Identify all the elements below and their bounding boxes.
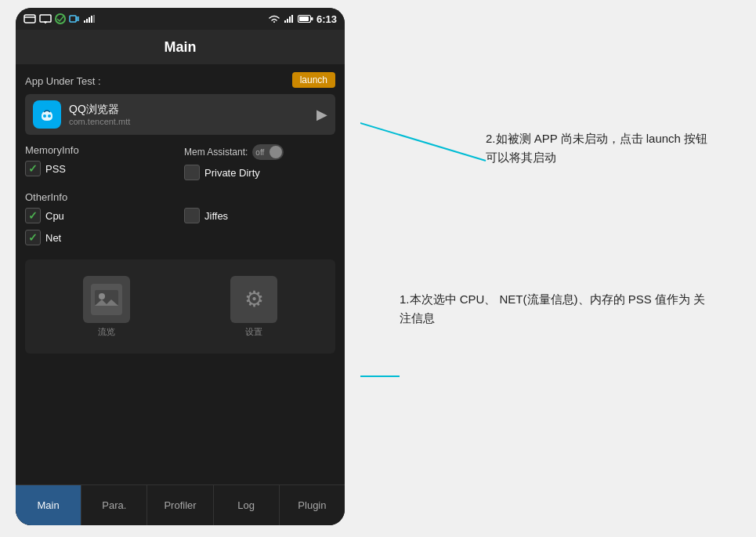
private-dirty-row: Private Dirty [184,165,335,180]
other-info-label: OtherInfo [25,191,335,203]
mem-assistant-row: Mem Assistant: off [184,144,335,160]
nav-para-label: Para. [102,499,126,511]
qq-browser-icon [35,103,59,126]
svg-point-23 [43,114,46,118]
settings-label: 设置 [230,326,277,338]
status-icons-left [24,13,96,24]
cpu-net-col: ✓ Cpu ✓ Net [25,208,176,252]
app-row[interactable]: QQ浏览器 com.tencent.mtt ▶ [25,94,335,135]
bottom-nav: Main Para. Profiler Log Plugin [16,484,345,525]
net-row: ✓ Net [25,230,176,245]
browser-status-icon [24,14,36,24]
status-bar: 6:13 [16,8,345,30]
annotation-2-text: 2.如被测 APP 尚未启动，点击 launch 按钮 可以将其启动 [486,129,721,167]
nav-log[interactable]: Log [214,485,280,525]
nav-main[interactable]: Main [16,485,81,525]
memory-info-label: MemoryInfo [25,144,176,156]
cpu-checkbox[interactable]: ✓ [25,208,41,223]
cpu-check-icon: ✓ [28,209,38,222]
net-check-icon: ✓ [28,231,38,244]
private-dirty-label: Private Dirty [204,167,260,179]
svg-point-5 [56,14,65,24]
nav-para[interactable]: Para. [81,485,147,525]
annotation-2: 2.如被测 APP 尚未启动，点击 launch 按钮 可以将其启动 [486,129,721,167]
svg-rect-18 [291,15,293,23]
other-info-rows: ✓ Cpu ✓ Net Jiffes [25,208,335,252]
svg-rect-21 [299,16,309,21]
svg-rect-10 [84,20,85,23]
cpu-label: Cpu [45,210,64,222]
app-icon [33,100,61,129]
svg-rect-17 [289,16,291,23]
signal-icon [284,14,295,24]
nav-plugin[interactable]: Plugin [280,485,345,525]
nav-main-label: Main [38,499,60,511]
nav-profiler[interactable]: Profiler [147,485,213,525]
other-info-section: OtherInfo ✓ Cpu ✓ Net [25,191,335,252]
svg-rect-20 [311,17,313,20]
battery-icon [298,14,313,24]
status-time: 6:13 [317,13,337,25]
toggle-knob [269,146,282,158]
app-under-test-section: App Under Test : launch [25,74,335,88]
mem-assistant-toggle[interactable]: off [252,144,284,160]
svg-rect-0 [24,15,35,23]
memory-section: MemoryInfo ✓ PSS Mem Assistant: off [25,144,335,187]
app-name: QQ浏览器 [69,103,317,117]
photo-label: 流览 [83,326,130,338]
svg-rect-13 [91,16,92,23]
bars-status-icon [83,14,96,24]
app-package: com.tencent.mtt [69,117,317,126]
svg-rect-16 [287,19,288,23]
annotation-2-content: 如被测 APP 尚未启动，点击 launch 按钮 可以将其启动 [486,132,707,164]
jiffes-row: Jiffes [184,208,335,223]
nav-profiler-label: Profiler [164,499,196,511]
photo-thumbnail [83,276,130,323]
annotation-1-number: 1. [400,292,410,306]
svg-rect-12 [89,17,90,23]
private-dirty-checkbox[interactable] [184,165,200,180]
pss-label: PSS [45,163,66,175]
pss-checkbox[interactable]: ✓ [25,161,41,176]
circle-status-icon [55,13,66,24]
thumb-col-2: ⚙ 设置 [230,276,277,338]
callout-line-2 [360,114,486,161]
gear-icon: ⚙ [244,286,264,312]
annotation-1: 1.本次选中 CPU、 NET(流量信息)、内存的 PSS 值作为 关注信息 [400,290,713,328]
svg-rect-15 [284,20,286,23]
mem-assistant-label: Mem Assistant: [184,147,248,158]
svg-rect-11 [86,19,88,23]
svg-rect-6 [70,16,76,22]
screen-status-icon [39,14,52,24]
nav-plugin-label: Plugin [298,499,326,511]
callout-lines [360,8,744,525]
settings-thumbnail: ⚙ [230,276,277,323]
tag-status-icon [69,13,80,24]
callout-line-1 [360,314,400,376]
app-arrow-icon: ▶ [317,106,327,123]
thumb-col-1: 流览 [83,276,130,338]
svg-point-27 [99,293,105,299]
net-checkbox[interactable]: ✓ [25,230,41,245]
memory-info-col: MemoryInfo ✓ PSS [25,144,176,187]
net-label: Net [45,232,61,244]
photo-icon [91,284,122,315]
svg-point-24 [48,114,51,118]
annotation-2-number: 2. [486,132,496,145]
jiffes-label: Jiffes [204,210,228,222]
title-bar: Main [16,30,345,64]
status-right: 6:13 [268,13,337,25]
annotation-1-content: 本次选中 CPU、 NET(流量信息)、内存的 PSS 值作为 关注信息 [400,292,705,325]
jiffes-col: Jiffes [184,208,335,252]
svg-rect-14 [93,15,95,23]
phone-frame: 6:13 Main App Under Test : launch [16,8,345,525]
app-under-test-label: App Under Test : [25,75,101,87]
annotation-1-text: 1.本次选中 CPU、 NET(流量信息)、内存的 PSS 值作为 关注信息 [400,290,713,328]
jiffes-checkbox[interactable] [184,208,200,223]
launch-button[interactable]: launch [292,72,335,88]
mem-assistant-col: Mem Assistant: off Private Dirty [184,144,335,187]
annotation-area: 2.如被测 APP 尚未启动，点击 launch 按钮 可以将其启动 1.本次选… [360,8,744,525]
wifi-icon [268,14,280,24]
cpu-row: ✓ Cpu [25,208,176,223]
pss-row: ✓ PSS [25,161,176,176]
